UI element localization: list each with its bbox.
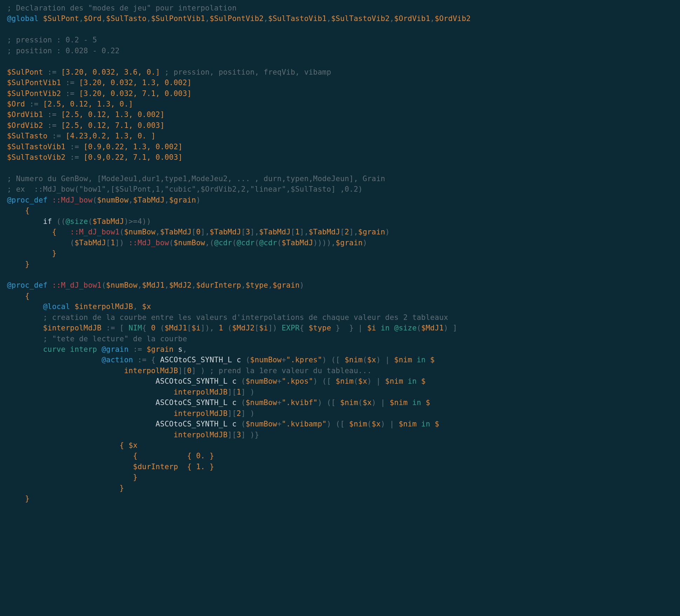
num: 1 <box>237 388 241 396</box>
punct: ] <box>241 409 246 418</box>
var: $ <box>435 420 439 428</box>
punct: ( <box>322 377 327 385</box>
var: $TabMdJ <box>160 228 192 236</box>
punct: ] <box>200 324 205 332</box>
brace: } <box>25 494 29 503</box>
keyword-procdef: @proc_def <box>7 196 48 204</box>
punct: , <box>205 228 210 236</box>
punct: ) <box>313 377 318 385</box>
var: $TabMdJ <box>75 239 106 247</box>
punct: , <box>183 345 187 354</box>
num: 2 <box>345 228 349 236</box>
var: $nim <box>385 377 403 385</box>
punct: , <box>129 196 133 204</box>
punct: , <box>331 239 336 247</box>
num: 0. <box>196 452 205 460</box>
fn: ASCOtoCS_SYNTH_L <box>156 398 228 407</box>
punct: ( <box>227 324 232 332</box>
num: 0 <box>196 228 200 236</box>
punct: [ <box>183 367 187 375</box>
var: $numBow <box>246 398 277 407</box>
comment: ; ex ::MdJ_bow("bow1",[$SulPont,1,"cubic… <box>7 185 363 193</box>
code-editor[interactable]: ; Declaration des "modes de jeu" pour in… <box>0 0 680 515</box>
punct: ( <box>354 377 358 385</box>
var: $durInterp <box>133 463 178 471</box>
pipe: | <box>381 398 385 407</box>
punct: ) <box>313 239 318 247</box>
plus: + <box>277 377 282 385</box>
punct: ) <box>322 356 327 364</box>
var: $nim <box>390 398 408 407</box>
pipe: | <box>385 356 390 364</box>
var: $nim <box>336 377 354 385</box>
array-literal: [0.9,0.22, 1.3, 0.002] <box>83 143 183 151</box>
assign: := <box>52 132 61 140</box>
punct: ) <box>363 239 367 247</box>
punct: ) <box>385 228 390 236</box>
punct: } <box>254 431 259 439</box>
punct: ] <box>227 409 232 418</box>
comment: ; position : 0.028 - 0.22 <box>7 47 120 55</box>
string: ".kpos" <box>281 377 313 385</box>
punct: ( <box>232 239 237 247</box>
var: $TabMdJ <box>259 228 291 236</box>
punct: ( <box>327 398 331 407</box>
punct: [ <box>254 324 259 332</box>
num: 1 <box>219 324 223 332</box>
var: $x <box>129 441 138 450</box>
punct: [ <box>291 228 295 236</box>
punct: ( <box>120 228 124 236</box>
punct: , <box>264 14 268 23</box>
assign: := <box>29 100 39 108</box>
punct: [ <box>232 431 237 439</box>
string: ".kpres" <box>286 356 322 364</box>
punct: ) <box>327 239 331 247</box>
punct: ] <box>115 239 120 247</box>
var: $MdJ1 <box>142 281 164 289</box>
var: $interpolMdJB <box>43 324 102 332</box>
var: $SulTastoVib2 <box>331 14 390 23</box>
at-grain: @grain <box>102 345 129 354</box>
var: $type <box>246 281 268 289</box>
punct: , <box>147 14 151 23</box>
punct: [ <box>336 356 340 364</box>
brace: { <box>187 463 192 471</box>
var: $TabMdJ <box>133 196 165 204</box>
assign: := <box>66 78 75 87</box>
proc-call: ::M_dJ_bow1 <box>70 228 120 236</box>
var: $x <box>367 356 376 364</box>
var: $SulPontVib1 <box>151 14 205 23</box>
assign: := <box>48 110 57 119</box>
punct: ( <box>241 398 246 407</box>
keyword-procdef: @proc_def <box>7 281 48 289</box>
proc-call: ::MdJ_bow <box>129 239 169 247</box>
num: 1 <box>110 239 115 247</box>
pipe: | <box>390 420 394 428</box>
punct: ) <box>367 377 372 385</box>
assign: := <box>70 153 79 162</box>
punct: ( <box>331 356 336 364</box>
var: $nim <box>349 420 367 428</box>
brace: { <box>25 292 29 300</box>
var: $nim <box>394 356 412 364</box>
var: $numBow <box>124 228 156 236</box>
var: $TabMdJ <box>93 217 124 226</box>
array-literal: [3.20, 0.032, 3.6, 0.] <box>61 68 160 76</box>
punct: ) <box>200 367 205 375</box>
brace: { <box>133 452 138 460</box>
comment: ; creation de la courbe entre les valeur… <box>43 313 448 322</box>
var: $x <box>363 398 372 407</box>
punct: ( <box>93 196 97 204</box>
punct: { <box>300 324 304 332</box>
var: $SulTastoVib1 <box>7 143 66 151</box>
comment: ; pression : 0.2 - 5 <box>7 36 97 44</box>
punct: [ <box>340 420 345 428</box>
num: 1 <box>295 228 300 236</box>
punct: , <box>165 281 169 289</box>
var: $OrdVib1 <box>394 14 430 23</box>
var: $TabMdJ <box>210 228 241 236</box>
comment: ; "tete de lecture" de la courbe <box>43 335 187 343</box>
fn: ASCOtoCS_SYNTH_L <box>156 420 228 428</box>
at-size: @size <box>394 324 417 332</box>
punct: [ <box>232 388 237 396</box>
